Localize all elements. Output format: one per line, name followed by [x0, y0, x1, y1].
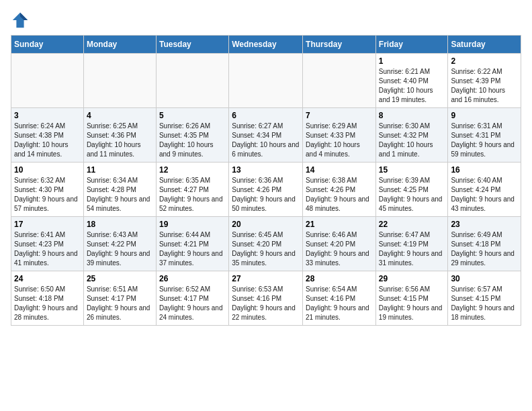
- day-number: 24: [14, 274, 81, 283]
- day-number: 8: [379, 111, 445, 120]
- day-info: Sunrise: 6:44 AM Sunset: 4:21 PM Dayligh…: [159, 231, 223, 267]
- day-info: Sunrise: 6:53 AM Sunset: 4:16 PM Dayligh…: [232, 285, 296, 321]
- week-row-5: 24Sunrise: 6:50 AM Sunset: 4:18 PM Dayli…: [11, 271, 521, 326]
- week-row-2: 3Sunrise: 6:24 AM Sunset: 4:38 PM Daylig…: [11, 108, 521, 163]
- day-number: 17: [14, 220, 81, 229]
- day-number: 3: [14, 111, 81, 120]
- day-info: Sunrise: 6:47 AM Sunset: 4:19 PM Dayligh…: [379, 231, 443, 267]
- week-row-1: 1Sunrise: 6:21 AM Sunset: 4:40 PM Daylig…: [11, 54, 521, 108]
- day-cell: 12Sunrise: 6:35 AM Sunset: 4:27 PM Dayli…: [156, 163, 228, 217]
- day-cell: 15Sunrise: 6:39 AM Sunset: 4:25 PM Dayli…: [375, 163, 448, 217]
- day-cell: 30Sunrise: 6:57 AM Sunset: 4:15 PM Dayli…: [448, 271, 521, 326]
- day-number: 4: [87, 111, 153, 120]
- day-cell: 5Sunrise: 6:26 AM Sunset: 4:35 PM Daylig…: [156, 108, 228, 163]
- day-info: Sunrise: 6:38 AM Sunset: 4:26 PM Dayligh…: [306, 177, 369, 212]
- day-cell: [156, 54, 228, 108]
- weekday-header-thursday: Thursday: [303, 36, 376, 54]
- day-number: 6: [232, 111, 300, 120]
- day-cell: 22Sunrise: 6:47 AM Sunset: 4:19 PM Dayli…: [375, 217, 448, 271]
- day-number: 16: [451, 165, 518, 175]
- day-cell: [303, 54, 376, 108]
- day-cell: [11, 54, 84, 108]
- day-number: 19: [159, 220, 226, 229]
- day-number: 15: [379, 165, 445, 175]
- day-info: Sunrise: 6:22 AM Sunset: 4:39 PM Dayligh…: [451, 68, 505, 103]
- day-number: 1: [379, 56, 445, 66]
- weekday-header-tuesday: Tuesday: [156, 36, 228, 54]
- day-cell: 26Sunrise: 6:52 AM Sunset: 4:17 PM Dayli…: [156, 271, 228, 326]
- day-cell: 7Sunrise: 6:29 AM Sunset: 4:33 PM Daylig…: [303, 108, 376, 163]
- day-number: 5: [159, 111, 226, 120]
- day-number: 20: [232, 220, 300, 229]
- day-number: 23: [451, 220, 518, 229]
- day-number: 2: [451, 56, 518, 66]
- day-info: Sunrise: 6:45 AM Sunset: 4:20 PM Dayligh…: [232, 231, 296, 267]
- day-cell: [229, 54, 303, 108]
- day-info: Sunrise: 6:26 AM Sunset: 4:35 PM Dayligh…: [159, 122, 214, 158]
- day-cell: 28Sunrise: 6:54 AM Sunset: 4:16 PM Dayli…: [303, 271, 376, 326]
- day-info: Sunrise: 6:52 AM Sunset: 4:17 PM Dayligh…: [159, 285, 223, 321]
- day-number: 11: [87, 165, 153, 175]
- day-number: 25: [87, 274, 153, 283]
- day-cell: 29Sunrise: 6:56 AM Sunset: 4:15 PM Dayli…: [375, 271, 448, 326]
- day-info: Sunrise: 6:56 AM Sunset: 4:15 PM Dayligh…: [379, 285, 443, 321]
- day-number: 30: [451, 274, 518, 283]
- day-cell: 23Sunrise: 6:49 AM Sunset: 4:18 PM Dayli…: [448, 217, 521, 271]
- day-cell: 18Sunrise: 6:43 AM Sunset: 4:22 PM Dayli…: [83, 217, 156, 271]
- day-number: 27: [232, 274, 300, 283]
- day-number: 26: [159, 274, 226, 283]
- day-info: Sunrise: 6:27 AM Sunset: 4:34 PM Dayligh…: [232, 122, 299, 158]
- day-number: 29: [379, 274, 445, 283]
- day-cell: 4Sunrise: 6:25 AM Sunset: 4:36 PM Daylig…: [83, 108, 156, 163]
- day-cell: [83, 54, 156, 108]
- day-number: 14: [306, 165, 373, 175]
- day-info: Sunrise: 6:49 AM Sunset: 4:18 PM Dayligh…: [451, 231, 515, 267]
- day-info: Sunrise: 6:24 AM Sunset: 4:38 PM Dayligh…: [14, 122, 69, 158]
- day-cell: 19Sunrise: 6:44 AM Sunset: 4:21 PM Dayli…: [156, 217, 228, 271]
- day-info: Sunrise: 6:32 AM Sunset: 4:30 PM Dayligh…: [14, 177, 78, 212]
- day-number: 28: [306, 274, 373, 283]
- day-info: Sunrise: 6:57 AM Sunset: 4:15 PM Dayligh…: [451, 285, 515, 321]
- day-info: Sunrise: 6:54 AM Sunset: 4:16 PM Dayligh…: [306, 285, 369, 321]
- day-cell: 6Sunrise: 6:27 AM Sunset: 4:34 PM Daylig…: [229, 108, 303, 163]
- day-cell: 16Sunrise: 6:40 AM Sunset: 4:24 PM Dayli…: [448, 163, 521, 217]
- day-cell: 13Sunrise: 6:36 AM Sunset: 4:26 PM Dayli…: [229, 163, 303, 217]
- day-cell: 25Sunrise: 6:51 AM Sunset: 4:17 PM Dayli…: [83, 271, 156, 326]
- day-cell: 24Sunrise: 6:50 AM Sunset: 4:18 PM Dayli…: [11, 271, 84, 326]
- weekday-header-friday: Friday: [375, 36, 448, 54]
- day-cell: 10Sunrise: 6:32 AM Sunset: 4:30 PM Dayli…: [11, 163, 84, 217]
- weekday-header-monday: Monday: [83, 36, 156, 54]
- day-number: 12: [159, 165, 226, 175]
- day-info: Sunrise: 6:30 AM Sunset: 4:32 PM Dayligh…: [379, 122, 433, 158]
- day-cell: 2Sunrise: 6:22 AM Sunset: 4:39 PM Daylig…: [448, 54, 521, 108]
- weekday-header-sunday: Sunday: [11, 36, 84, 54]
- day-info: Sunrise: 6:36 AM Sunset: 4:26 PM Dayligh…: [232, 177, 296, 212]
- day-info: Sunrise: 6:39 AM Sunset: 4:25 PM Dayligh…: [379, 177, 443, 212]
- day-info: Sunrise: 6:29 AM Sunset: 4:33 PM Dayligh…: [306, 122, 360, 158]
- day-cell: 27Sunrise: 6:53 AM Sunset: 4:16 PM Dayli…: [229, 271, 303, 326]
- day-cell: 21Sunrise: 6:46 AM Sunset: 4:20 PM Dayli…: [303, 217, 376, 271]
- day-number: 21: [306, 220, 373, 229]
- day-info: Sunrise: 6:51 AM Sunset: 4:17 PM Dayligh…: [87, 285, 150, 321]
- day-info: Sunrise: 6:34 AM Sunset: 4:28 PM Dayligh…: [87, 177, 150, 212]
- day-cell: 14Sunrise: 6:38 AM Sunset: 4:26 PM Dayli…: [303, 163, 376, 217]
- day-info: Sunrise: 6:31 AM Sunset: 4:31 PM Dayligh…: [451, 122, 515, 158]
- weekday-header-row: SundayMondayTuesdayWednesdayThursdayFrid…: [11, 36, 521, 54]
- day-cell: 3Sunrise: 6:24 AM Sunset: 4:38 PM Daylig…: [11, 108, 84, 163]
- day-cell: 20Sunrise: 6:45 AM Sunset: 4:20 PM Dayli…: [229, 217, 303, 271]
- day-number: 22: [379, 220, 445, 229]
- logo-icon: [11, 11, 30, 30]
- day-info: Sunrise: 6:46 AM Sunset: 4:20 PM Dayligh…: [306, 231, 369, 267]
- day-info: Sunrise: 6:43 AM Sunset: 4:22 PM Dayligh…: [87, 231, 150, 267]
- day-cell: 9Sunrise: 6:31 AM Sunset: 4:31 PM Daylig…: [448, 108, 521, 163]
- day-info: Sunrise: 6:21 AM Sunset: 4:40 PM Dayligh…: [379, 68, 433, 103]
- day-number: 18: [87, 220, 153, 229]
- day-info: Sunrise: 6:41 AM Sunset: 4:23 PM Dayligh…: [14, 231, 78, 267]
- day-cell: 11Sunrise: 6:34 AM Sunset: 4:28 PM Dayli…: [83, 163, 156, 217]
- day-info: Sunrise: 6:40 AM Sunset: 4:24 PM Dayligh…: [451, 177, 515, 212]
- day-info: Sunrise: 6:35 AM Sunset: 4:27 PM Dayligh…: [159, 177, 223, 212]
- day-number: 9: [451, 111, 518, 120]
- weekday-header-wednesday: Wednesday: [229, 36, 303, 54]
- day-number: 10: [14, 165, 81, 175]
- day-cell: 17Sunrise: 6:41 AM Sunset: 4:23 PM Dayli…: [11, 217, 84, 271]
